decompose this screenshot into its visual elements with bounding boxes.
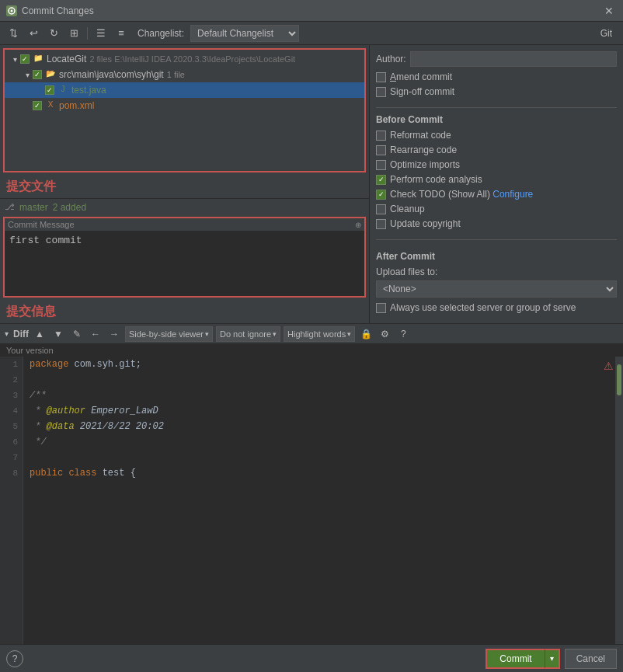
commit-dropdown-button[interactable]: ▾	[545, 649, 560, 669]
amend-commit-row[interactable]: Amend commit	[376, 71, 617, 82]
reformat-row[interactable]: Reformat code	[376, 130, 617, 141]
tree-checkbox-root[interactable]: ✓	[20, 54, 30, 64]
amend-checkbox[interactable]	[376, 72, 386, 82]
folder-icon: 📁	[32, 54, 44, 64]
diff-back-btn[interactable]: ←	[88, 326, 103, 342]
code-line-5: * @data 2021/8/22 20:02	[30, 419, 609, 434]
signoff-checkbox[interactable]	[376, 87, 386, 97]
diff-section: ▾ Diff ▲ ▼ ✎ ← → Side-by-side viewer ▾ D…	[0, 323, 623, 644]
diff-button[interactable]: ⊞	[65, 25, 82, 42]
highlight-label: Highlight words	[287, 329, 346, 339]
upload-select[interactable]: <None>	[376, 280, 617, 298]
line-num-7: 7	[0, 450, 23, 465]
tree-checkbox-src[interactable]: ✓	[33, 70, 42, 79]
collapse-all-button[interactable]: ≡	[113, 25, 130, 42]
after-commit-title: After Commit	[376, 251, 617, 262]
perform-analysis-checkbox[interactable]: ✓	[376, 175, 386, 185]
commit-expand-icon[interactable]: ⊕	[355, 221, 361, 229]
move-changes-button[interactable]: ⇅	[5, 25, 22, 42]
toolbar-sep-1	[87, 27, 88, 40]
commit-message-label: Commit Message ⊕	[5, 218, 364, 232]
diff-content: 1 2 3 4 5 6 7 8 package com.syh.git; /**…	[0, 357, 623, 644]
code-line-4: * @author Emperor_LawD	[30, 403, 609, 419]
diff-edit-btn[interactable]: ✎	[69, 326, 85, 342]
author-label: Author:	[376, 54, 407, 64]
cleanup-label: Cleanup	[390, 204, 425, 214]
xml-file-icon: X	[44, 100, 57, 111]
check-todo-row[interactable]: ✓ Check TODO (Show All) Configure	[376, 189, 617, 200]
ignore-dropdown[interactable]: Do not ignore ▾	[216, 326, 280, 342]
line-num-1: 1	[0, 357, 23, 372]
tree-checkbox-pom[interactable]: ✓	[33, 101, 42, 110]
perform-analysis-label: Perform code analysis	[390, 174, 482, 185]
tree-root-path: 2 files E:\IntelliJ IDEA 2020.3.3\IdeaPr…	[89, 54, 295, 64]
tree-src-name: src\main\java\com\syh\git	[59, 69, 164, 80]
close-button[interactable]: ✕	[601, 3, 617, 19]
signoff-row[interactable]: Sign-off commit	[376, 86, 617, 97]
rearrange-row[interactable]: Rearrange code	[376, 144, 617, 155]
ignore-label: Do not ignore	[220, 329, 271, 339]
file-annotation: 提交文件	[0, 176, 369, 198]
added-badge: 2 added	[53, 202, 86, 213]
viewer-label: Side-by-side viewer	[129, 329, 204, 339]
code-line-2	[30, 372, 609, 388]
commit-message-input[interactable]: first commit	[5, 232, 364, 294]
code-area[interactable]: package com.syh.git; /** * @author Emper…	[23, 357, 615, 644]
section-divider-1	[376, 107, 617, 108]
check-todo-label: Check TODO (Show All) Configure	[390, 189, 533, 200]
highlight-arrow: ▾	[347, 330, 351, 338]
rearrange-checkbox[interactable]	[376, 145, 386, 155]
expand-all-button[interactable]: ☰	[92, 25, 110, 42]
section-divider-2	[376, 239, 617, 240]
cleanup-checkbox[interactable]	[376, 204, 386, 214]
viewer-dropdown[interactable]: Side-by-side viewer ▾	[125, 326, 213, 342]
diff-down-btn[interactable]: ▼	[50, 326, 66, 342]
status-bar: ⎇ master 2 added	[0, 198, 369, 215]
reformat-checkbox[interactable]	[376, 131, 386, 141]
code-line-3: /**	[30, 388, 609, 403]
diff-lock-btn[interactable]: 🔒	[358, 326, 374, 342]
always-use-checkbox[interactable]	[376, 303, 386, 313]
optimize-row[interactable]: Optimize imports	[376, 159, 617, 170]
diff-scrollbar[interactable]: ⚠	[615, 357, 623, 644]
refresh-button[interactable]: ↻	[45, 25, 62, 42]
commit-annotation: 提交信息	[0, 301, 369, 323]
help-button[interactable]: ?	[6, 650, 23, 667]
perform-analysis-row[interactable]: ✓ Perform code analysis	[376, 174, 617, 185]
commit-button[interactable]: Commit	[486, 649, 544, 669]
configure-link[interactable]: Configure	[492, 189, 533, 200]
update-copyright-checkbox[interactable]	[376, 219, 386, 229]
src-folder-icon: 📂	[44, 69, 57, 80]
cleanup-row[interactable]: Cleanup	[376, 204, 617, 214]
after-commit-section: After Commit Upload files to: <None> Alw…	[376, 251, 617, 313]
code-line-8: public class test {	[30, 465, 609, 481]
app-icon	[6, 5, 17, 16]
diff-help-btn[interactable]: ?	[395, 326, 411, 342]
always-use-row: Always use selected server or group of s…	[376, 302, 617, 313]
tree-toggle-src[interactable]: ▾	[23, 71, 31, 79]
update-copyright-row[interactable]: Update copyright	[376, 218, 617, 229]
diff-scrollbar-thumb	[617, 364, 621, 395]
tree-row-src[interactable]: ▾ ✓ 📂 src\main\java\com\syh\git 1 file	[5, 67, 364, 82]
tree-toggle-root[interactable]: ▾	[11, 55, 19, 64]
diff-toggle[interactable]: ▾	[5, 329, 9, 338]
always-use-text: Always use selected server or group of s…	[390, 302, 617, 313]
diff-up-btn[interactable]: ▲	[32, 326, 47, 342]
tree-checkbox-java[interactable]: ✓	[45, 85, 54, 95]
tree-row-pom[interactable]: ✓ X pom.xml	[5, 98, 364, 113]
optimize-checkbox[interactable]	[376, 160, 386, 170]
update-copyright-label: Update copyright	[390, 218, 461, 229]
changelist-select[interactable]: Default Changelist	[190, 25, 299, 42]
rollback-button[interactable]: ↩	[25, 25, 42, 42]
tree-root-name: LocateGit	[47, 54, 86, 64]
code-line-7	[30, 450, 609, 465]
java-file-icon: J	[57, 85, 69, 96]
check-todo-checkbox[interactable]: ✓	[376, 190, 386, 200]
cancel-button[interactable]: Cancel	[565, 649, 617, 669]
diff-fwd-btn[interactable]: →	[106, 326, 122, 342]
author-input[interactable]	[410, 51, 617, 67]
tree-row-test-java[interactable]: ✓ J test.java	[5, 82, 364, 98]
highlight-dropdown[interactable]: Highlight words ▾	[284, 326, 355, 342]
diff-settings-btn[interactable]: ⚙	[377, 326, 392, 342]
tree-row-root[interactable]: ▾ ✓ 📁 LocateGit 2 files E:\IntelliJ IDEA…	[5, 51, 364, 67]
